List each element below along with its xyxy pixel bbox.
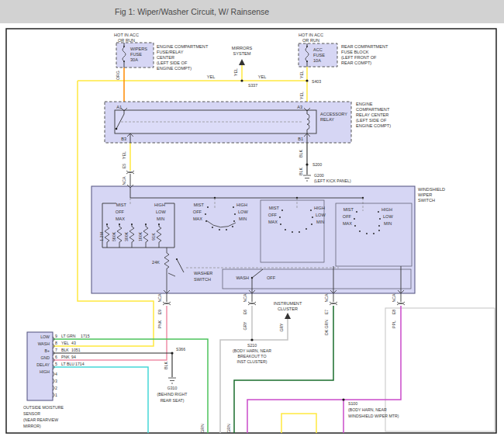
fuse-name2: FUSE [130,52,142,57]
wire-label-yel-e5: YEL [122,151,126,159]
svg-text:(BODY HARN, NEAR: (BODY HARN, NEAR [348,407,387,412]
wire-label-gry-cluster: GRY [279,323,284,332]
svg-text:1: 1 [55,393,57,397]
svg-text:(NEAR REARVIEW: (NEAR REARVIEW [23,417,58,422]
svg-text:5: 5 [55,362,57,366]
hot-label-right: HOT IN ACC [299,33,323,37]
svg-text:SENSOR: SENSOR [23,411,40,416]
svg-text:OFF: OFF [193,210,202,214]
svg-text:MAX: MAX [116,217,125,221]
svg-text:NCA: NCA [324,293,329,302]
svg-text:2: 2 [55,386,57,390]
svg-text:YEL: YEL [61,341,69,345]
wire-label-blk-b1: BLK [299,150,303,158]
page-title: Fig 1: Wiper/Washer Circuit, W/ Rainsens… [115,7,269,16]
ground-g200-label: G200 [314,173,324,178]
svg-text:MAX: MAX [343,221,352,226]
svg-text:OFF: OFF [116,210,125,214]
splice-s366-label: S366 [176,347,185,352]
svg-text:NCA: NCA [243,293,247,302]
acc-fuse-name2: FUSE [313,53,325,57]
svg-text:MAX: MAX [193,217,202,221]
svg-text:REAR COMPT): REAR COMPT) [341,61,371,65]
svg-text:MAX: MAX [268,220,278,224]
svg-text:G310: G310 [167,386,178,390]
svg-text:OUTSIDE MOISTURE: OUTSIDE MOISTURE [23,405,64,410]
svg-text:HIGH: HIGH [154,203,165,207]
svg-text:GRY: GRY [243,321,247,331]
wire-label-grn-bottom2: GRN [226,424,231,433]
svg-text:PNK: PNK [61,355,70,359]
svg-text:1714: 1714 [75,362,85,366]
svg-text:MIST: MIST [116,203,127,207]
svg-text:B+: B+ [45,348,50,353]
svg-text:S210: S210 [247,343,257,348]
mirrors-label2: SYSTEM [233,51,250,56]
wire-label-yel-acc-top: YEL [299,71,304,78]
bus-label-yel-left: YEL [207,74,216,79]
cluster-label: INSTRUMENT [274,301,302,306]
relay-name: ACCESSORY [320,112,347,116]
svg-text:SWITCH: SWITCH [418,198,435,203]
svg-text:MIN: MIN [384,221,392,226]
resistor-24k-label: 24K [152,260,160,265]
svg-text:OFF: OFF [343,214,352,219]
svg-text:MIST: MIST [269,206,280,210]
splice-s403-dot [306,79,308,81]
svg-text:(LEFT FRONT OF: (LEFT FRONT OF [341,55,377,60]
svg-text:MIRROR): MIRROR) [23,424,41,428]
svg-text:PPL: PPL [392,320,396,328]
svg-text:E6: E6 [243,310,247,314]
wire-label-grn-bottom: GRN [200,424,205,433]
svg-text:3: 3 [55,379,57,383]
splice-s337-dot [240,79,243,81]
wire-label-yel-acc-bottom: YEL [299,92,304,99]
svg-text:(BEHIND RIGHT: (BEHIND RIGHT [157,392,188,397]
wash-label: WASH [236,275,249,280]
svg-text:GND: GND [40,355,50,360]
splice-s403-label: S403 [312,79,321,84]
acc-fuse-rating: 10A [313,58,321,63]
washer-switch-label: WASHER [194,271,212,275]
acc-fuse-name: ACC [313,47,323,52]
svg-text:ENGINE: ENGINE [356,102,373,106]
svg-text:1.2M: 1.2M [99,232,104,241]
svg-text:WINDSHIELD: WINDSHIELD [418,187,445,192]
svg-text:HIGH: HIGH [40,369,50,374]
svg-text:6: 6 [55,355,57,359]
svg-text:9: 9 [55,334,57,338]
svg-text:ENGINE COMPARTMENT: ENGINE COMPARTMENT [157,44,209,49]
hot-label-left2: OR RUN [118,38,135,43]
svg-text:(LEFT SIDE OF: (LEFT SIDE OF [356,118,387,123]
washer-switch-label2: SWITCH [194,277,211,282]
svg-text:HIGH: HIGH [314,206,325,210]
svg-text:ENGINE COMPT): ENGINE COMPT) [157,66,192,71]
svg-text:MIST: MIST [194,203,205,207]
svg-text:4: 4 [55,372,57,376]
splice-s200-dot [306,163,308,165]
svg-text:CENTER: CENTER [157,55,174,60]
svg-text:7: 7 [55,348,57,352]
svg-text:LT GRN: LT GRN [61,334,76,338]
pin-label-e5: E5 [122,164,126,168]
svg-text:1051: 1051 [71,348,81,352]
svg-text:E9: E9 [157,310,162,314]
hot-label-left: HOT IN ACC [114,33,139,37]
wire-label-blk-g200: BLK [299,168,303,175]
wiring-diagram: Fig 1: Wiper/Washer Circuit, W/ Rainsens… [0,0,504,440]
svg-text:DELAY: DELAY [36,362,50,367]
svg-text:ENGINE COMPT): ENGINE COMPT) [356,123,391,128]
svg-text:E7: E7 [324,310,329,314]
svg-text:(BODY HARN, NEAR: (BODY HARN, NEAR [233,348,271,353]
relay-pin-b1: B1 [298,137,303,141]
bus-label-yel-right: YEL [258,74,267,79]
splice-s200-label: S200 [312,162,322,167]
svg-text:NCA: NCA [392,293,396,302]
svg-text:S100: S100 [348,401,357,406]
svg-text:560K: 560K [112,231,116,241]
splice-s337-label: S337 [248,83,257,88]
svg-text:LOW: LOW [40,334,50,339]
fuse-rating: 30A [130,57,138,62]
svg-text:300K: 300K [124,231,129,241]
relay-pin-b3: B3 [121,137,126,141]
